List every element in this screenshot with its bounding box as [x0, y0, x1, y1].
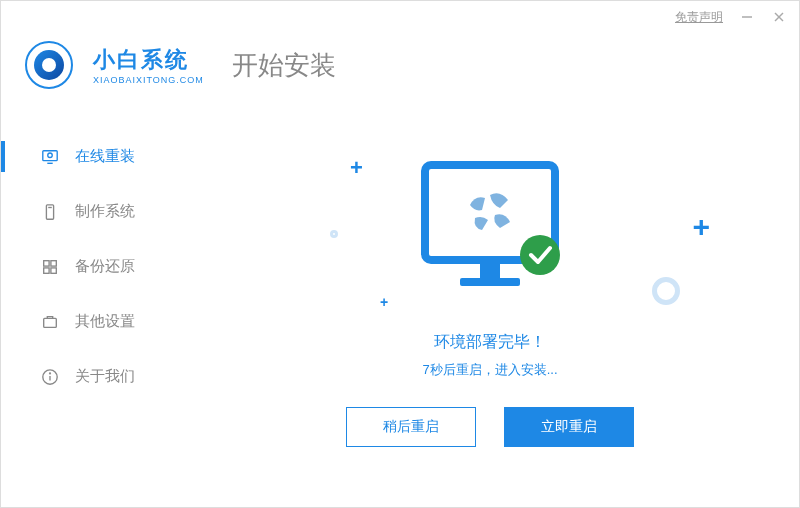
grid-icon [41, 258, 59, 276]
svg-point-19 [520, 235, 560, 275]
titlebar: 免责声明 [1, 1, 799, 33]
briefcase-icon [41, 313, 59, 331]
svg-rect-3 [43, 150, 57, 160]
circle-icon [652, 277, 680, 305]
brand-subtitle: XIAOBAIXITONG.COM [93, 75, 204, 85]
main-content: + + + [181, 109, 799, 507]
brand-name: 小白系统 [93, 45, 204, 75]
plus-icon: + [380, 294, 388, 310]
sidebar-item-other-settings[interactable]: 其他设置 [1, 294, 181, 349]
illustration: + + + [360, 140, 620, 320]
plus-icon: + [692, 210, 710, 244]
restart-now-button[interactable]: 立即重启 [504, 407, 634, 447]
disclaimer-link[interactable]: 免责声明 [675, 9, 723, 26]
restart-later-button[interactable]: 稍后重启 [346, 407, 476, 447]
header: 小白系统 XIAOBAIXITONG.COM 开始安装 [1, 33, 799, 109]
close-icon [772, 10, 786, 24]
sidebar-item-make-system[interactable]: 制作系统 [1, 184, 181, 239]
sidebar-item-label: 制作系统 [75, 202, 135, 221]
minimize-button[interactable] [739, 9, 755, 25]
minimize-icon [740, 10, 754, 24]
sidebar-item-online-reinstall[interactable]: 在线重装 [1, 129, 181, 184]
svg-point-15 [50, 372, 51, 373]
button-row: 稍后重启 立即重启 [346, 407, 634, 447]
page-title: 开始安装 [232, 48, 336, 83]
svg-point-5 [48, 152, 53, 157]
status-title: 环境部署完毕！ [434, 332, 546, 353]
svg-rect-11 [51, 267, 56, 272]
svg-rect-17 [480, 260, 500, 278]
svg-rect-8 [44, 260, 49, 265]
svg-rect-18 [460, 278, 520, 286]
sidebar-item-backup-restore[interactable]: 备份还原 [1, 239, 181, 294]
usb-icon [41, 203, 59, 221]
sidebar-item-label: 其他设置 [75, 312, 135, 331]
app-window: 免责声明 小白系统 XIAOBAIXITONG.COM 开始安装 在线重装 [0, 0, 800, 508]
sidebar-item-label: 备份还原 [75, 257, 135, 276]
sidebar-item-about[interactable]: 关于我们 [1, 349, 181, 404]
body: 在线重装 制作系统 备份还原 其他设置 [1, 109, 799, 507]
monitor-icon [415, 160, 565, 304]
status-subtitle: 7秒后重启，进入安装... [422, 361, 557, 379]
info-icon [41, 368, 59, 386]
svg-rect-9 [51, 260, 56, 265]
circle-icon [330, 230, 338, 238]
brand: 小白系统 XIAOBAIXITONG.COM [93, 45, 204, 85]
monitor-refresh-icon [41, 148, 59, 166]
sidebar-item-label: 在线重装 [75, 147, 135, 166]
svg-rect-12 [44, 318, 57, 327]
svg-rect-10 [44, 267, 49, 272]
close-button[interactable] [771, 9, 787, 25]
sidebar-item-label: 关于我们 [75, 367, 135, 386]
sidebar: 在线重装 制作系统 备份还原 其他设置 [1, 109, 181, 507]
logo [25, 41, 73, 89]
plus-icon: + [350, 155, 363, 181]
